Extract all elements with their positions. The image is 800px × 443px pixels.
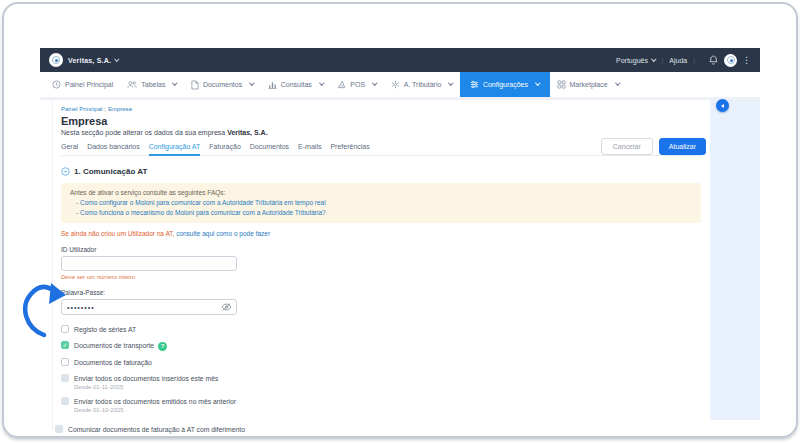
kebab-menu-icon[interactable]: ⋮ <box>742 56 751 65</box>
password-field <box>61 299 237 315</box>
chevron-down-icon <box>114 56 119 61</box>
update-button[interactable]: Atualizar <box>659 138 706 155</box>
checkbox-label: Comunicar documentos de faturação à AT c… <box>68 425 245 434</box>
chevron-down-icon <box>651 56 656 61</box>
chevron-down-icon <box>249 81 254 86</box>
tab-configuracao-at[interactable]: Configuração AT <box>149 143 201 156</box>
faq-intro: Antes de ativar o serviço consulte as se… <box>70 189 225 196</box>
nav-item-pos[interactable]: POS <box>330 72 383 97</box>
checkbox-doc-faturacao[interactable] <box>61 358 69 366</box>
id-utilizador-input[interactable] <box>61 256 237 271</box>
subtitle-company: Veritas, S.A. <box>227 129 267 136</box>
nav-label: Tabelas <box>141 81 165 88</box>
nav-label: Configurações <box>483 81 528 88</box>
password-visibility-toggle[interactable] <box>221 303 232 311</box>
faq-info-box: Antes de ativar o serviço consulte as se… <box>61 183 701 223</box>
app-topbar: Veritas, S.A. Português | Ajuda | ⋮ <box>40 48 760 72</box>
checkbox-row-enviar-mes-anterior[interactable]: Enviar todos os documentos emitidos no m… <box>61 397 702 413</box>
notifications-button[interactable] <box>709 55 718 65</box>
at-help-link[interactable]: consulte aqui como o pode fazer <box>176 230 270 237</box>
checkbox-enviar-mes-anterior[interactable] <box>61 397 69 405</box>
section-title: 1. Comunicação AT <box>74 167 147 176</box>
main-nav: Painel Principal Tabelas Documentos Cons… <box>40 72 760 97</box>
grid-icon <box>557 80 566 89</box>
company-name: Veritas, S.A. <box>68 57 111 64</box>
nav-item-consultas[interactable]: Consultas <box>261 72 331 97</box>
minus-circle-icon <box>61 167 70 176</box>
checkbox-label: Documentos de faturação <box>74 358 152 367</box>
checkbox-row-enviar-este-mes[interactable]: Enviar todos os documentos inseridos est… <box>61 374 702 390</box>
checkbox-doc-transporte[interactable]: ✓ <box>61 341 69 349</box>
breadcrumb-current[interactable]: Empresa <box>108 106 132 112</box>
chevron-down-icon <box>615 81 620 86</box>
company-switcher[interactable]: Veritas, S.A. <box>49 53 119 67</box>
nav-item-tabelas[interactable]: Tabelas <box>120 72 184 97</box>
nav-item-painel-principal[interactable]: Painel Principal <box>40 72 120 97</box>
panel-collapse-button[interactable] <box>716 99 729 112</box>
checkbox-row-doc-transporte[interactable]: ✓ Documentos de transporte? <box>61 341 702 351</box>
language-label: Português <box>616 57 648 64</box>
section-header[interactable]: 1. Comunicação AT <box>61 167 702 176</box>
nav-label: Painel Principal <box>65 81 113 88</box>
breadcrumb-parent[interactable]: Painel Principal <box>61 106 102 112</box>
chevron-down-icon <box>535 81 540 86</box>
clock-icon <box>52 80 61 89</box>
document-icon <box>191 80 199 90</box>
company-logo <box>49 53 63 67</box>
checkbox-label: Registo de séries AT <box>74 325 136 334</box>
nav-item-configuracoes[interactable]: Configurações <box>460 72 550 97</box>
id-hint: Deve ser um número inteiro <box>61 274 702 280</box>
user-avatar[interactable] <box>724 54 737 67</box>
at-options-list: Registo de séries AT ✓ Documentos de tra… <box>61 325 702 434</box>
chevron-down-icon <box>372 81 377 86</box>
nav-label: Consultas <box>281 81 312 88</box>
at-warning-text: Se ainda não criou um Utilizador na AT, <box>61 230 176 237</box>
help-link[interactable]: Ajuda <box>669 57 687 64</box>
nav-item-documentos[interactable]: Documentos <box>184 72 261 97</box>
tab-geral[interactable]: Geral <box>61 143 78 154</box>
tab-preferencias[interactable]: Preferências <box>330 143 369 154</box>
help-badge[interactable]: ? <box>158 342 167 351</box>
faq-link-configure[interactable]: - Como configurar o Moloni para comunica… <box>70 198 692 208</box>
check-icon: ✓ <box>62 342 67 348</box>
chevron-down-icon <box>319 81 324 86</box>
side-panel-strip <box>710 100 760 420</box>
curved-arrow-annotation-icon <box>18 282 70 340</box>
password-label: Palavra-Passe: <box>61 289 702 296</box>
subtitle-text: Nesta secção pode alterar os dados da su… <box>61 129 227 136</box>
checkbox-row-diferimento[interactable]: Comunicar documentos de faturação à AT c… <box>55 425 702 434</box>
checkbox-row-registo-series[interactable]: Registo de séries AT <box>61 325 702 334</box>
at-user-note: Se ainda não criou um Utilizador na AT, … <box>61 230 702 237</box>
nav-label: POS <box>350 81 365 88</box>
eye-slash-icon <box>221 303 232 311</box>
checkbox-diferimento[interactable] <box>55 425 63 433</box>
divider: | <box>693 57 695 64</box>
tab-dados-bancarios[interactable]: Dados bancários <box>87 143 140 154</box>
sliders-icon <box>470 80 479 89</box>
checkbox-label: Enviar todos os documentos inseridos est… <box>74 375 218 382</box>
nav-item-marketplace[interactable]: Marketplace <box>550 72 627 97</box>
pos-terminal-icon <box>337 80 346 89</box>
checkbox-row-doc-faturacao[interactable]: Documentos de faturação <box>61 358 702 367</box>
checkbox-enviar-este-mes[interactable] <box>61 374 69 382</box>
tab-documentos[interactable]: Documentos <box>250 143 289 154</box>
faq-link-mechanism[interactable]: - Como funciona o mecanismo do Moloni pa… <box>70 208 692 218</box>
nav-label: Documentos <box>203 81 242 88</box>
tax-authority-icon <box>391 80 400 89</box>
language-menu[interactable]: Português <box>616 57 655 64</box>
form-actions: Cancelar Atualizar <box>601 138 706 155</box>
cancel-button[interactable]: Cancelar <box>601 138 653 155</box>
help-label: Ajuda <box>669 57 687 64</box>
tab-faturacao[interactable]: Faturação <box>209 143 241 154</box>
tab-emails[interactable]: E-mails <box>298 143 321 154</box>
nav-label: A. Tributário <box>404 81 442 88</box>
checkbox-label: Documentos de transporte? <box>74 341 167 351</box>
password-input[interactable] <box>61 299 237 315</box>
chevron-down-icon <box>449 81 454 86</box>
page-subtitle: Nesta secção pode alterar os dados da su… <box>61 129 702 136</box>
chevron-left-circle-icon <box>721 104 724 108</box>
bar-chart-icon <box>268 80 277 89</box>
page-title: Empresa <box>61 115 702 127</box>
content-card: Painel Principal|Empresa Empresa Nesta s… <box>52 100 710 430</box>
nav-item-a-tributario[interactable]: A. Tributário <box>384 72 460 97</box>
